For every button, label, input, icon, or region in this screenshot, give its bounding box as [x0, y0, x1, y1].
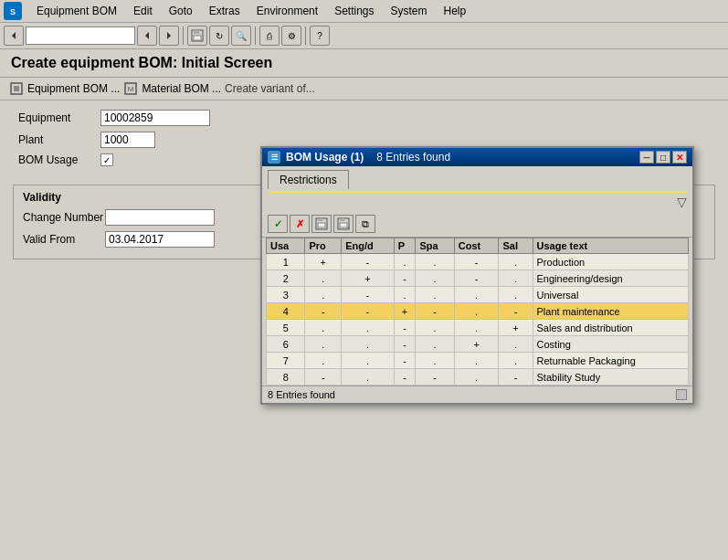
bom-usage-checkbox[interactable]: ✓	[100, 153, 113, 166]
refresh-button[interactable]: ↻	[209, 26, 229, 46]
menu-equipment-bom[interactable]: Equipment BOM	[29, 3, 124, 19]
cell-sal: .	[499, 254, 533, 270]
help-button[interactable]: ?	[310, 26, 330, 46]
cell-cost: .	[454, 320, 499, 336]
main-toolbar: ↻ 🔍 ⎙ ⚙ ?	[0, 23, 728, 49]
cell-spa: .	[416, 336, 454, 353]
material-nav-icon: M	[123, 81, 138, 96]
cell-p: +	[394, 303, 416, 320]
table-row[interactable]: 6..-.+.Costing	[267, 336, 689, 353]
col-eng: Eng/d	[342, 238, 395, 254]
menu-system[interactable]: System	[384, 3, 435, 19]
cell-spa: .	[416, 353, 454, 369]
menu-settings[interactable]: Settings	[327, 3, 381, 19]
col-cost: Cost	[454, 238, 499, 254]
dialog-minimize-button[interactable]: ─	[639, 151, 654, 164]
cell-pro: -	[305, 303, 342, 320]
menu-edit[interactable]: Edit	[126, 3, 160, 19]
dialog-title-bar: ☰ BOM Usage (1) 8 Entries found ─ □ ✕	[262, 148, 692, 166]
menu-help[interactable]: Help	[437, 3, 474, 19]
table-row[interactable]: 2.+-.-.Engineering/design	[267, 270, 689, 287]
plant-label: Plant	[18, 133, 100, 146]
col-p: P	[394, 238, 416, 254]
dialog-status-bar: 8 Entries found	[262, 386, 692, 403]
cell-spa: .	[416, 287, 454, 303]
print-button[interactable]: ⎙	[259, 26, 280, 46]
cell-pro: .	[305, 320, 342, 336]
dialog-title: BOM Usage (1)	[286, 151, 364, 164]
dialog-icon: ☰	[268, 151, 280, 164]
table-row[interactable]: 1+-..-.Production	[267, 254, 689, 270]
back-button[interactable]	[4, 26, 24, 46]
menu-extras[interactable]: Extras	[202, 3, 248, 19]
sap-logo: S	[4, 2, 22, 20]
dialog-confirm-button[interactable]: ✓	[268, 215, 288, 233]
cell-usa: 4	[267, 303, 305, 320]
table-row[interactable]: 8-.--.-Stability Study	[267, 369, 689, 386]
cell-eng: -	[342, 287, 395, 303]
cell-usa: 1	[267, 254, 305, 270]
cell-pro: -	[305, 369, 342, 386]
svg-rect-13	[318, 218, 322, 221]
tab-restrictions[interactable]: Restrictions	[268, 170, 349, 189]
dialog-status-text: 8 Entries found	[268, 389, 335, 400]
table-row[interactable]: 5..-..+Sales and distribution	[267, 320, 689, 336]
cell-cost: .	[454, 303, 499, 320]
cell-eng: -	[342, 303, 395, 320]
cell-cost: .	[454, 353, 499, 369]
cell-sal: .	[499, 270, 533, 287]
valid-from-input[interactable]	[105, 231, 215, 248]
dialog-copy-button[interactable]: ⧉	[355, 215, 375, 233]
prev-button[interactable]	[137, 26, 157, 46]
breadcrumb-equipment-bom[interactable]: Equipment BOM ...	[27, 82, 120, 95]
table-row[interactable]: 7..-...Returnable Packaging	[267, 353, 689, 369]
filter-icon[interactable]: ▽	[677, 195, 687, 209]
col-spa: Spa	[416, 238, 454, 254]
cell-eng: +	[342, 270, 395, 287]
svg-rect-16	[340, 218, 344, 221]
table-row[interactable]: 3.-....Universal	[267, 287, 689, 303]
col-usage-text: Usage text	[533, 238, 688, 254]
cell-p: .	[394, 254, 416, 270]
cell-spa: -	[416, 303, 454, 320]
bom-usage-dialog: ☰ BOM Usage (1) 8 Entries found ─ □ ✕ Re…	[260, 146, 694, 405]
plant-input[interactable]	[100, 132, 155, 148]
cell-usage_text: Plant maintenance	[533, 303, 688, 320]
table-row[interactable]: 4--+-.-Plant maintenance	[267, 303, 689, 320]
dialog-title-left: ☰ BOM Usage (1) 8 Entries found	[268, 151, 450, 164]
change-number-input[interactable]	[105, 209, 215, 226]
cell-p: -	[394, 270, 416, 287]
cell-eng: -	[342, 254, 395, 270]
menu-environment[interactable]: Environment	[249, 3, 325, 19]
next-button[interactable]	[159, 26, 179, 46]
dialog-close-button[interactable]: ✕	[672, 151, 687, 164]
command-input[interactable]	[26, 26, 135, 45]
breadcrumb-material-bom[interactable]: Material BOM ...	[142, 82, 221, 95]
cell-pro: .	[305, 287, 342, 303]
cell-eng: .	[342, 369, 395, 386]
cell-usage_text: Sales and distribution	[533, 320, 688, 336]
cell-usa: 3	[267, 287, 305, 303]
menu-goto[interactable]: Goto	[162, 3, 200, 19]
dialog-save2-button[interactable]: +	[333, 215, 353, 233]
dialog-tab-bar: Restrictions	[262, 166, 692, 189]
dialog-save-button[interactable]	[311, 215, 332, 233]
equipment-input[interactable]	[100, 110, 210, 126]
dialog-maximize-button[interactable]: □	[656, 151, 670, 164]
col-usa: Usa	[267, 238, 305, 254]
save-button[interactable]	[187, 26, 207, 46]
dialog-cancel-button[interactable]: ✗	[290, 215, 310, 233]
svg-text:S: S	[10, 7, 16, 16]
cell-usa: 8	[267, 369, 305, 386]
svg-rect-7	[194, 36, 201, 40]
change-number-label: Change Number	[23, 211, 105, 224]
settings-btn[interactable]: ⚙	[281, 26, 301, 46]
search-button[interactable]: 🔍	[231, 26, 251, 46]
breadcrumb-bar: Equipment BOM ... M Material BOM ... Cre…	[0, 78, 728, 100]
cell-usage_text: Returnable Packaging	[533, 353, 688, 369]
cell-usa: 5	[267, 320, 305, 336]
cell-spa: .	[416, 254, 454, 270]
cell-p: -	[394, 353, 416, 369]
cell-pro: .	[305, 270, 342, 287]
bom-usage-table: Usa Pro Eng/d P Spa Cost Sal Usage text …	[266, 238, 689, 386]
